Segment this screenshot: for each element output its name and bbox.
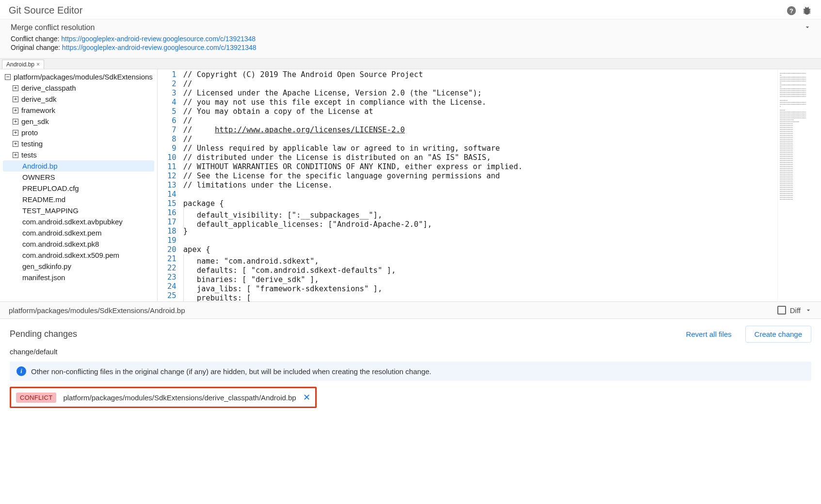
tree-label: testing [21,140,43,148]
collapse-icon[interactable]: − [5,74,11,80]
tree-label: com.android.sdkext.avbpubkey [22,218,123,226]
revert-all-button[interactable]: Revert all files [686,330,731,338]
diff-dropdown-icon[interactable] [805,306,812,314]
tree-label: manifest.json [22,273,65,282]
tree-label: gen_sdkinfo.py [22,262,71,270]
create-change-button[interactable]: Create change [745,326,811,343]
tab-label: Android.bp [6,61,34,68]
tree-label: README.md [22,195,65,204]
bug-icon[interactable] [802,5,812,16]
code-content[interactable]: // Copyright (C) 2019 The Android Open S… [183,69,523,301]
conflict-badge: CONFLICT [16,393,56,403]
tree-label: gen_sdk [21,117,49,126]
merge-title: Merge conflict resolution [11,23,810,32]
tree-label: com.android.sdkext.pk8 [22,240,99,248]
tree-label: Android.bp [22,162,58,170]
tree-label: derive_classpath [21,84,76,92]
tree-folder-gen_sdk[interactable]: +gen_sdk [3,116,154,127]
svg-text:?: ? [789,7,793,14]
conflict-change-link[interactable]: https://googleplex-android-review.google… [61,35,256,43]
tree-file-manifest-json[interactable]: manifest.json [3,272,154,283]
line-gutter: 1234567891011121314151617181920212223242… [158,69,183,301]
diff-label: Diff [790,306,801,315]
tree-label: framework [21,106,55,114]
close-icon[interactable]: × [36,61,40,68]
expand-icon[interactable]: + [13,108,18,113]
tree-file-TEST_MAPPING[interactable]: TEST_MAPPING [3,205,154,216]
minimap[interactable]: ▬▬▬▬▬▬▬▬▬▬▬▬▬▬▬▬▬▬▬▬▬▬▬▬▬▬▬▬▬▬ ▬▬ ▬▬▬▬▬▬… [777,69,821,301]
tab-android-bp[interactable]: Android.bp × [2,60,44,69]
tree-folder-proto[interactable]: +proto [3,127,154,138]
tree-label: TEST_MAPPING [22,206,79,215]
tree-folder-testing[interactable]: +testing [3,138,154,149]
tree-label: derive_sdk [21,95,57,103]
conflict-file-path[interactable]: platform/packages/modules/SdkExtensions/… [63,394,296,402]
tree-label: proto [21,128,38,137]
pending-changes-title: Pending changes [10,329,686,339]
tree-folder-framework[interactable]: +framework [3,105,154,116]
tree-file-com-android-sdkext-avbpubkey[interactable]: com.android.sdkext.avbpubkey [3,216,154,227]
merge-conflict-panel: Merge conflict resolution Conflict chang… [0,19,821,59]
page-title: Git Source Editor [9,5,786,16]
expand-icon[interactable]: + [13,119,18,125]
expand-icon[interactable]: + [13,130,18,136]
tree-file-PREUPLOAD-cfg[interactable]: PREUPLOAD.cfg [3,183,154,194]
tree-label: com.android.sdkext.x509.pem [22,251,119,259]
help-icon[interactable]: ? [786,5,797,16]
expand-icon[interactable]: + [13,141,18,147]
path-bar: platform/packages/modules/SdkExtensions/… [0,302,821,319]
tree-file-com-android-sdkext-x509-pem[interactable]: com.android.sdkext.x509.pem [3,250,154,261]
tree-folder-derive_classpath[interactable]: +derive_classpath [3,82,154,94]
tree-label: com.android.sdkext.pem [22,229,101,237]
original-change-label: Original change: [11,44,62,51]
conflict-row: CONFLICT platform/packages/modules/SdkEx… [10,387,317,408]
dismiss-conflict-icon[interactable]: ✕ [303,392,310,403]
tree-file-OWNERS[interactable]: OWNERS [3,172,154,183]
expand-icon[interactable]: + [13,152,18,158]
tree-file-README-md[interactable]: README.md [3,194,154,205]
tree-label: PREUPLOAD.cfg [22,184,79,192]
tree-label: tests [21,151,37,159]
change-path: change/default [10,347,811,356]
tree-file-com-android-sdkext-pem[interactable]: com.android.sdkext.pem [3,227,154,238]
info-text: Other non-conflicting files in the origi… [31,367,432,376]
tree-label: platform/packages/modules/SdkExtensions [14,73,153,81]
tree-folder-derive_sdk[interactable]: +derive_sdk [3,94,154,105]
expand-icon[interactable]: + [13,96,18,102]
info-banner: i Other non-conflicting files in the ori… [10,362,811,381]
tree-file-com-android-sdkext-pk8[interactable]: com.android.sdkext.pk8 [3,238,154,250]
info-icon: i [16,366,26,376]
tree-file-Android-bp[interactable]: Android.bp [3,160,154,172]
tree-file-gen_sdkinfo-py[interactable]: gen_sdkinfo.py [3,261,154,272]
tree-label: OWNERS [22,173,55,181]
tree-folder-tests[interactable]: +tests [3,149,154,160]
file-tree: −platform/packages/modules/SdkExtensions… [0,69,158,301]
current-file-path: platform/packages/modules/SdkExtensions/… [9,306,777,315]
collapse-icon[interactable] [804,23,811,31]
conflict-change-label: Conflict change: [11,35,61,43]
tree-root[interactable]: −platform/packages/modules/SdkExtensions [3,71,154,82]
tab-strip: Android.bp × [0,59,821,69]
original-change-link[interactable]: https://googleplex-android-review.google… [62,44,257,51]
diff-checkbox[interactable] [777,306,786,315]
expand-icon[interactable]: + [13,85,18,91]
code-editor[interactable]: 1234567891011121314151617181920212223242… [158,69,777,301]
